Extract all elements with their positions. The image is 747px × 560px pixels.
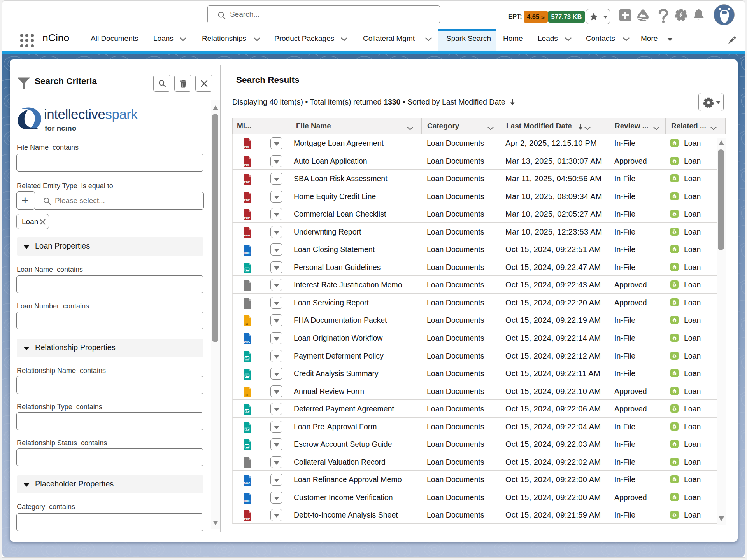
svg-text:PDF: PDF [244,216,250,219]
svg-text:$: $ [674,443,675,446]
svg-text:PDF: PDF [244,198,250,201]
svg-text:$: $ [674,514,675,517]
svg-text:$: $ [674,390,675,393]
svg-text:$: $ [674,497,675,500]
svg-text:$: $ [674,248,675,252]
svg-text:$: $ [674,461,675,464]
svg-text:$: $ [674,266,675,269]
svg-text:PDF: PDF [244,233,250,237]
svg-text:PDF: PDF [244,180,250,184]
svg-text:$: $ [674,355,675,358]
svg-text:$: $ [674,425,675,429]
svg-text:DOC: DOC [244,481,251,485]
svg-text:$: $ [674,142,675,145]
svg-text:$: $ [674,408,675,411]
svg-text:$: $ [674,195,675,198]
svg-text:$: $ [674,213,675,216]
svg-text:$: $ [674,160,675,163]
svg-text:DOC: DOC [244,340,251,343]
svg-text:PDF: PDF [244,163,250,166]
svg-text:DOC: DOC [244,499,251,502]
svg-text:$: $ [674,284,675,287]
svg-text:PDF: PDF [244,145,250,149]
svg-text:PDF: PDF [244,517,250,520]
svg-text:$: $ [674,178,675,181]
svg-text:DOC: DOC [244,251,251,255]
svg-text:$: $ [674,231,675,234]
svg-text:$: $ [674,337,675,340]
svg-text:$: $ [674,479,675,482]
svg-text:TXT: TXT [244,322,250,326]
svg-text:$: $ [674,319,675,322]
svg-text:$: $ [674,373,675,376]
svg-text:TXT: TXT [244,393,250,396]
svg-text:$: $ [674,302,675,305]
